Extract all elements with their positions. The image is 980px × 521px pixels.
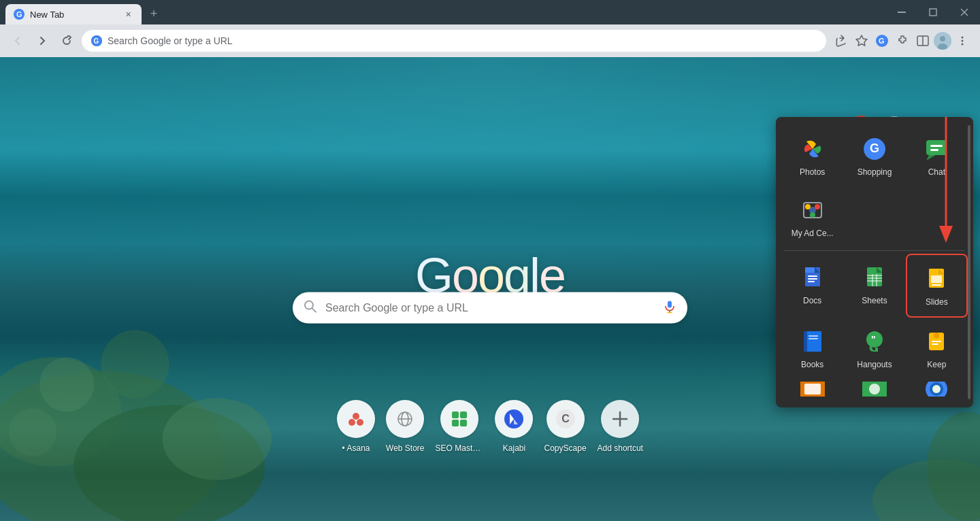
shortcut-icon-webstore: [386, 400, 424, 438]
svg-text:G: G: [870, 141, 879, 155]
svg-point-69: [805, 204, 811, 209]
back-button[interactable]: [8, 31, 27, 50]
shortcut-label-asana: • Asana: [342, 443, 370, 453]
menu-button[interactable]: [953, 31, 972, 50]
search-container: [293, 292, 687, 324]
svg-rect-86: [929, 269, 938, 274]
new-tab-button[interactable]: +: [144, 4, 163, 23]
shortcut-asana[interactable]: • Asana: [337, 400, 375, 453]
svg-rect-42: [668, 301, 672, 307]
svg-rect-52: [453, 411, 459, 418]
main-content: Gmail Images: [0, 57, 980, 521]
search-icon: [304, 299, 317, 316]
app-myadcenter[interactable]: My Ad Ce...: [781, 186, 843, 248]
svg-rect-75: [808, 275, 817, 277]
maximize-button[interactable]: [917, 0, 949, 24]
shortcuts-grid: • Asana Web Store: [337, 400, 643, 453]
tab-favicon: G: [14, 9, 24, 20]
app-sheets[interactable]: Sheets: [843, 254, 905, 318]
share-button[interactable]: [832, 31, 851, 50]
svg-rect-55: [461, 420, 468, 426]
app-slides[interactable]: Slides: [906, 254, 968, 318]
svg-rect-63: [926, 140, 947, 155]
apps-grid-row2: My Ad Ce...: [776, 186, 973, 248]
app-icon-extra3: [922, 382, 951, 397]
close-button[interactable]: [949, 0, 980, 24]
bookmark-button[interactable]: [852, 31, 871, 50]
app-icon-slides: [922, 265, 951, 293]
sync-button[interactable]: G: [872, 31, 892, 50]
svg-rect-79: [867, 267, 877, 273]
app-extra1[interactable]: [781, 379, 843, 399]
app-icon-sheets: [860, 263, 889, 292]
app-icon-books: [798, 327, 827, 356]
profile-avatar[interactable]: [934, 32, 951, 50]
app-icon-hangouts: ": [860, 327, 889, 356]
browser-frame: G New Tab ✕ +: [0, 0, 980, 521]
app-shopping[interactable]: G Shopping: [843, 125, 905, 186]
shortcut-kajabi[interactable]: Kajabi: [495, 400, 534, 453]
svg-text:G: G: [94, 37, 99, 45]
svg-point-47: [357, 419, 363, 426]
apps-scrollbar[interactable]: [968, 125, 970, 399]
tab-close-button[interactable]: ✕: [122, 9, 133, 20]
shortcut-seo[interactable]: SEO Master S...: [436, 400, 485, 453]
apps-grid-row1: Photos G Shopping: [776, 125, 973, 186]
svg-rect-98: [932, 341, 941, 342]
svg-rect-54: [453, 420, 459, 426]
search-input[interactable]: [325, 302, 655, 314]
svg-text:G: G: [879, 37, 885, 45]
app-keep[interactable]: Keep: [906, 318, 968, 379]
app-extra3[interactable]: [906, 379, 968, 399]
app-hangouts[interactable]: " Hangouts: [843, 318, 905, 379]
svg-rect-101: [804, 384, 821, 394]
app-icon-photos: [798, 135, 827, 163]
reload-button[interactable]: [57, 31, 76, 50]
svg-rect-87: [931, 275, 942, 283]
app-icon-myadcenter: [798, 196, 827, 224]
window-controls: [886, 0, 980, 24]
svg-point-97: [934, 333, 939, 338]
svg-rect-3: [930, 9, 936, 16]
app-label-chat: Chat: [928, 167, 945, 177]
svg-text:": ": [871, 334, 876, 345]
app-icon-extra2: [860, 382, 889, 397]
shortcut-icon-add: [601, 400, 639, 438]
split-screen-button[interactable]: [913, 31, 932, 50]
shortcut-webstore[interactable]: Web Store: [386, 400, 424, 453]
search-box[interactable]: [293, 292, 687, 324]
app-docs[interactable]: Docs: [781, 254, 843, 318]
shortcut-label-webstore: Web Store: [386, 443, 424, 453]
omnibox[interactable]: G Search Google or type a URL: [82, 30, 826, 52]
svg-point-70: [815, 204, 820, 209]
shortcut-label-kajabi: Kajabi: [503, 443, 525, 453]
url-display: Search Google or type a URL: [108, 35, 817, 46]
app-extra2[interactable]: [843, 379, 905, 399]
app-books[interactable]: Books: [781, 318, 843, 379]
svg-rect-77: [808, 281, 815, 282]
microphone-icon[interactable]: [663, 299, 676, 316]
forward-button[interactable]: [33, 31, 52, 50]
svg-marker-64: [926, 155, 936, 161]
app-label-keep: Keep: [927, 360, 946, 369]
tab-title: New Tab: [30, 10, 117, 20]
shortcut-icon-kajabi: [495, 400, 534, 438]
app-icon-extra1: [798, 382, 827, 397]
shortcut-copyscape[interactable]: C CopyScape: [544, 400, 587, 453]
active-tab[interactable]: G New Tab ✕: [5, 4, 142, 24]
app-chat[interactable]: Chat: [906, 125, 968, 186]
shortcut-add[interactable]: Add shortcut: [598, 400, 643, 453]
svg-rect-90: [806, 331, 821, 352]
shortcut-icon-seo: [441, 400, 479, 438]
shortcut-label-add: Add shortcut: [598, 443, 643, 453]
apps-dropdown-panel: Photos G Shopping: [776, 117, 973, 407]
svg-point-106: [932, 385, 941, 393]
tab-bar: G New Tab ✕ +: [0, 0, 980, 24]
svg-point-46: [348, 419, 355, 426]
extensions-button[interactable]: [893, 31, 912, 50]
app-label-books: Books: [801, 360, 823, 369]
svg-point-17: [962, 44, 964, 46]
app-photos[interactable]: Photos: [781, 125, 843, 186]
minimize-button[interactable]: [886, 0, 917, 24]
svg-point-13: [940, 36, 945, 41]
